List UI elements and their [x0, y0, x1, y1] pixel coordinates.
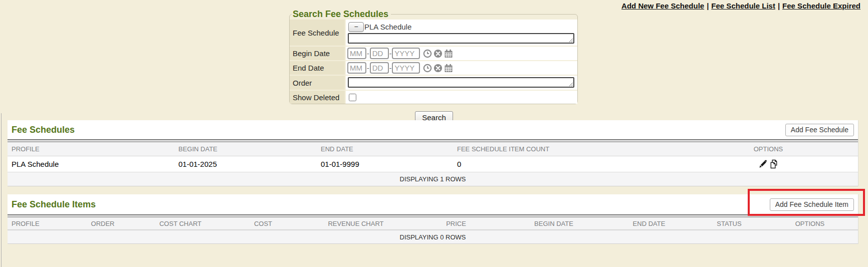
end-date-label: End Date [290, 61, 346, 75]
calendar-icon[interactable] [444, 64, 453, 73]
fee-schedules-row-count: DISPLAYING 1 ROWS [8, 172, 858, 186]
link-separator: | [704, 2, 711, 10]
cell-begin-date: 01-01-2025 [174, 160, 317, 168]
begin-date-year-input[interactable] [392, 48, 420, 59]
end-date-day-input[interactable] [370, 62, 389, 74]
column-header-profile: PROFILE [8, 220, 65, 227]
column-header-end-date: END DATE [317, 145, 453, 153]
column-header-profile: PROFILE [8, 145, 174, 153]
fee-schedule-items-row-count: DISPLAYING 0 ROWS [8, 230, 858, 244]
clock-icon[interactable] [423, 64, 432, 73]
top-nav: Add New Fee Schedule|Fee Schedule List|F… [621, 2, 860, 10]
copy-icon[interactable] [769, 159, 779, 169]
clock-icon[interactable] [423, 49, 432, 58]
show-deleted-field [346, 91, 577, 104]
date-separator: - [367, 64, 369, 72]
cell-profile: PLA Schedule [8, 160, 174, 168]
show-deleted-checkbox[interactable] [349, 94, 356, 101]
column-header-status: STATUS [697, 220, 762, 227]
cell-end-date: 01-01-9999 [317, 160, 453, 168]
begin-date-day-input[interactable] [370, 48, 389, 59]
link-add-new-fee-schedule[interactable]: Add New Fee Schedule [621, 2, 704, 10]
begin-date-label: Begin Date [290, 47, 346, 60]
column-header-cost: COST [221, 220, 306, 227]
order-row: Order [290, 76, 577, 91]
fee-schedules-section: Fee Schedules Add Fee Schedule PROFILE B… [8, 120, 858, 186]
date-separator: - [367, 50, 369, 58]
column-header-begin-date: BEGIN DATE [506, 220, 601, 227]
selected-fee-schedule-value: PLA Schedule [364, 23, 411, 31]
fee-schedules-title: Fee Schedules [12, 125, 75, 135]
fee-schedules-header-row: PROFILE BEGIN DATE END DATE FEE SCHEDULE… [8, 142, 858, 156]
end-date-month-input[interactable] [347, 62, 366, 74]
fee-schedule-row: Fee Schedule − PLA Schedule [290, 20, 577, 47]
link-separator: | [775, 2, 782, 10]
calendar-icon[interactable] [444, 49, 453, 58]
begin-date-month-input[interactable] [347, 48, 366, 59]
fee-schedule-items-title: Fee Schedule Items [12, 199, 96, 210]
end-date-field: - - [346, 61, 577, 75]
order-label: Order [290, 76, 346, 90]
column-header-price: PRICE [406, 220, 506, 227]
order-input[interactable] [348, 77, 574, 88]
column-header-cost-chart: COST CHART [140, 220, 221, 227]
column-header-revenue-chart: REVENUE CHART [306, 220, 406, 227]
edit-pencil-icon[interactable] [758, 159, 768, 169]
add-fee-schedule-button[interactable]: Add Fee Schedule [785, 124, 854, 136]
fee-schedule-input[interactable] [348, 33, 574, 44]
search-fee-schedules-form: Search Fee Schedules Fee Schedule − PLA … [289, 9, 578, 104]
column-header-options: OPTIONS [679, 145, 858, 153]
date-separator: - [389, 50, 392, 58]
cell-item-count: 0 [453, 160, 679, 168]
begin-date-row: Begin Date - - [290, 47, 577, 61]
end-date-year-input[interactable] [392, 62, 420, 74]
show-deleted-label: Show Deleted [290, 91, 346, 104]
column-header-item-count: FEE SCHEDULE ITEM COUNT [453, 145, 679, 153]
show-deleted-row: Show Deleted [290, 91, 577, 104]
clear-icon[interactable] [433, 49, 443, 58]
column-header-options: OPTIONS [762, 220, 858, 227]
add-fee-schedule-item-button[interactable]: Add Fee Schedule Item [770, 198, 854, 211]
clear-icon[interactable] [433, 64, 443, 73]
table-row: PLA Schedule 01-01-2025 01-01-9999 0 [8, 156, 858, 172]
fee-schedule-items-section: Fee Schedule Items Add Fee Schedule Item… [8, 194, 858, 244]
collapse-fee-schedule-button[interactable]: − [348, 22, 364, 32]
column-header-end-date: END DATE [601, 220, 697, 227]
link-fee-schedule-expired[interactable]: Fee Schedule Expired [782, 2, 860, 10]
date-separator: - [389, 64, 392, 72]
left-border-line [1, 113, 2, 267]
search-form-title: Search Fee Schedules [292, 9, 391, 20]
fee-schedule-items-header-row: PROFILE ORDER COST CHART COST REVENUE CH… [8, 217, 858, 230]
fee-schedule-field: − PLA Schedule [346, 20, 577, 46]
end-date-row: End Date - - [290, 61, 577, 76]
fee-schedule-label: Fee Schedule [290, 20, 346, 46]
cell-options [679, 159, 858, 169]
link-fee-schedule-list[interactable]: Fee Schedule List [711, 2, 775, 10]
begin-date-field: - - [346, 47, 577, 60]
column-header-order: ORDER [65, 220, 140, 227]
order-field [346, 76, 577, 90]
column-header-begin-date: BEGIN DATE [174, 145, 317, 153]
